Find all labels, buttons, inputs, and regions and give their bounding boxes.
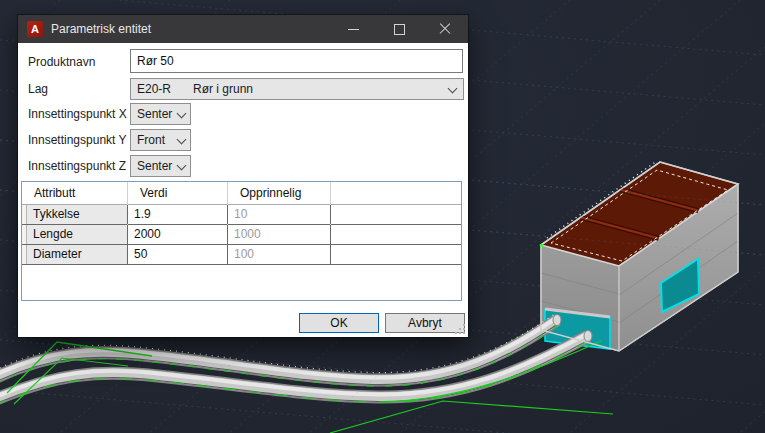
table-header-row: Attributt Verdi Opprinnelig verdi (22, 182, 461, 205)
insertion-z-value: Senter (131, 159, 172, 173)
layer-label: Lag (28, 81, 48, 97)
empty-cell (331, 245, 461, 264)
layer-code: E20-R (131, 82, 171, 96)
dialog-title: Parametrisk entitet (51, 15, 151, 43)
insertion-x-dropdown[interactable]: Senter (130, 103, 191, 125)
attribute-name-cell: Lengde (27, 225, 128, 244)
dialog-titlebar[interactable]: A Parametrisk entitet (18, 15, 468, 43)
attribute-original-cell: 1000 (228, 225, 331, 244)
resize-grip[interactable] (454, 323, 466, 335)
attribute-name-cell: Tykkelse (27, 205, 128, 224)
attribute-value-cell[interactable]: 1.9 (128, 205, 228, 224)
window-controls (330, 15, 468, 43)
empty-cell (331, 225, 461, 244)
minimize-button[interactable] (330, 15, 376, 43)
attribute-value-cell[interactable]: 2000 (128, 225, 228, 244)
attribute-table[interactable]: Attributt Verdi Opprinnelig verdi Tykkel… (21, 181, 462, 301)
insertion-x-value: Senter (131, 107, 172, 121)
close-icon (439, 23, 451, 35)
insertion-y-label: Innsettingspunkt Y (28, 132, 127, 148)
insertion-z-label: Innsettingspunkt Z (28, 158, 126, 174)
ok-button[interactable]: OK (299, 313, 379, 333)
layer-dropdown[interactable]: E20-R Rør i grunn (130, 78, 464, 100)
chevron-down-icon (177, 109, 187, 119)
osnap-marker (540, 244, 543, 247)
autocad-screen: { "window": { "title": "Parametrisk enti… (0, 0, 765, 433)
insertion-y-dropdown[interactable]: Front (130, 129, 191, 151)
minimize-icon (348, 29, 359, 30)
insertion-z-dropdown[interactable]: Senter (130, 155, 191, 177)
layer-name: Rør i grunn (171, 82, 253, 96)
insertion-x-label: Innsettingspunkt X (28, 106, 127, 122)
table-row[interactable]: Lengde 2000 1000 (22, 225, 461, 245)
empty-cell (331, 205, 461, 224)
maximize-icon (394, 24, 405, 35)
chevron-down-icon (448, 84, 458, 94)
cancel-button[interactable]: Avbryt (385, 313, 465, 333)
parametric-entity-dialog: A Parametrisk entitet Produktnavn Lag In… (18, 15, 468, 337)
attribute-value-cell[interactable]: 50 (128, 245, 228, 264)
attribute-original-cell: 100 (228, 245, 331, 264)
autocad-logo-icon: A (27, 21, 43, 37)
table-row[interactable]: Tykkelse 1.9 10 (22, 205, 461, 225)
chevron-down-icon (177, 161, 187, 171)
close-button[interactable] (422, 15, 468, 43)
product-name-input[interactable] (130, 49, 463, 73)
attribute-original-cell: 10 (228, 205, 331, 224)
maximize-button[interactable] (376, 15, 422, 43)
table-row[interactable]: Diameter 50 100 (22, 245, 461, 265)
attribute-name-cell: Diameter (27, 245, 128, 264)
chevron-down-icon (177, 135, 187, 145)
product-name-label: Produktnavn (28, 54, 95, 70)
insertion-y-value: Front (131, 133, 165, 147)
